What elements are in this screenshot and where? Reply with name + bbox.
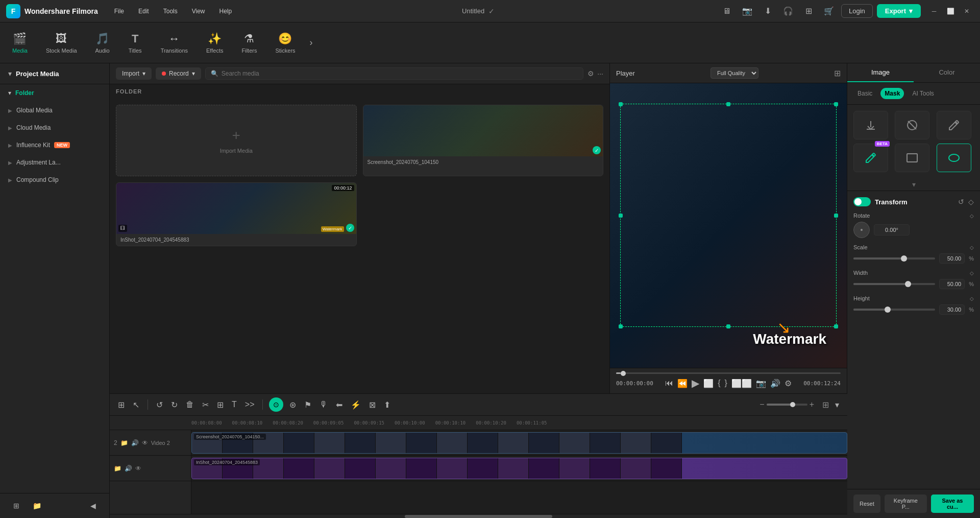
sidebar-item-influence-kit[interactable]: ▶ Influence Kit NEW [0,136,109,154]
effects-timeline-icon[interactable]: ⚡ [349,398,363,412]
record-button[interactable]: Record ▾ [156,67,201,80]
transform-toggle[interactable] [853,197,871,206]
loop-button[interactable]: ⬜ [703,379,714,388]
sel-handle-tr[interactable] [834,102,838,106]
scale-slider-thumb[interactable] [901,255,907,262]
fullscreen-button[interactable]: ⬜⬜ [731,379,752,388]
sel-handle-bl[interactable] [619,324,623,328]
pointer-icon[interactable]: ↖ [131,398,141,412]
transform-reset-icon[interactable]: ↺ [958,198,964,206]
sidebar-item-folder[interactable]: ▾ Folder [0,84,109,102]
keyframe-button[interactable]: Keyframe P... [885,495,927,513]
subtab-ai-tools[interactable]: AI Tools [908,88,938,99]
save-custom-button[interactable]: Save as cu... [931,495,974,513]
sidebar-item-global-media[interactable]: ▶ Global Media [0,102,109,119]
undo-icon[interactable]: ↺ [154,398,165,412]
menu-edit[interactable]: Edit [132,6,155,17]
zoom-track[interactable] [767,404,807,406]
scatter-icon[interactable]: ⊛ [287,398,298,412]
sel-handle-bottom[interactable] [726,324,730,328]
track-volume-icon[interactable]: 🔊 [131,439,139,446]
tool-stickers[interactable]: 😊 Stickers [267,28,303,58]
sel-handle-top[interactable] [726,102,730,106]
width-slider-track[interactable] [853,283,935,285]
tool-filters[interactable]: ⚗ Filters [233,28,265,58]
more-tools-icon[interactable]: >> [243,398,257,411]
timeline-scrollbar[interactable] [110,514,847,518]
import-media-card[interactable]: + Import Media [116,105,357,176]
volume-button[interactable]: 🔊 [770,379,780,388]
collapse-icon[interactable]: ▾ [8,69,12,78]
subtab-mask[interactable]: Mask [880,88,904,99]
mark-out-button[interactable]: } [725,379,727,388]
mask-pen-beta-btn[interactable]: BETA [853,144,888,172]
zoom-plus-button[interactable]: + [810,400,814,409]
scale-slider-track[interactable] [853,257,935,260]
snap-toggle[interactable]: ⊙ [269,397,283,412]
mask-none-btn[interactable] [895,111,929,139]
select-icon[interactable]: ⊞ [116,398,127,412]
media-card-inshot[interactable]: 00:00:12 ✓ 🎞 Watermark InShot_20240704_2… [116,182,357,246]
tool-effects[interactable]: ✨ Effects [198,28,231,58]
transform-diamond-icon[interactable]: ◇ [968,198,974,206]
mask-pen-btn[interactable] [937,111,971,139]
mask-expand[interactable]: ▾ [847,178,980,191]
sel-handle-right[interactable] [834,214,838,218]
sel-handle-br[interactable] [834,324,838,328]
snapshot-button[interactable]: 📷 [756,379,766,388]
sel-handle-left[interactable] [619,214,623,218]
quality-select[interactable]: Full Quality [710,67,758,79]
width-slider-thumb[interactable] [905,281,911,287]
subtab-basic[interactable]: Basic [853,88,876,99]
player-expand-icon[interactable]: ⊞ [834,68,841,78]
sidebar-item-adjustment[interactable]: ▶ Adjustment La... [0,154,109,171]
track-folder-icon[interactable]: 📁 [120,439,128,446]
clip-inshot[interactable]: InShot_20240704_204545883 [191,458,847,479]
collapse-panel-icon[interactable]: ◀ [85,498,101,514]
track-eye-icon[interactable]: 👁 [142,439,148,446]
play-button[interactable]: ▶ [692,377,699,389]
cut-icon[interactable]: ✂ [200,398,211,412]
tool-titles[interactable]: T Titles [120,28,151,58]
progress-thumb[interactable] [621,371,626,376]
menu-help[interactable]: Help [213,6,238,17]
tool-stock-media[interactable]: 🖼 Stock Media [38,28,85,58]
close-button[interactable]: ✕ [960,4,974,18]
grid-icon[interactable]: ⊞ [800,3,817,19]
rotate-value-input[interactable]: 0.00° [874,224,910,236]
progress-track[interactable] [616,372,841,374]
height-value-input[interactable] [939,304,965,315]
clip-screenshot[interactable]: Screenshot_20240705_104150... [191,432,847,454]
split-icon[interactable]: ⬅ [334,398,345,412]
tool-audio[interactable]: 🎵 Audio [87,28,118,58]
import-button[interactable]: Import ▾ [116,67,152,80]
scale-value-input[interactable] [939,253,965,264]
shop-icon[interactable]: 🛒 [821,3,837,19]
tab-color[interactable]: Color [914,63,980,82]
media-card-screenshot[interactable]: ✓ Screenshot_20240705_104150 [363,105,604,176]
search-input[interactable] [222,70,578,77]
monitor-icon[interactable]: 🖥 [719,3,735,19]
folder-panel-icon[interactable]: 📁 [29,498,45,514]
mic-icon[interactable]: 🎙 [317,398,330,411]
toolbar-more-button[interactable]: › [306,33,317,52]
login-button[interactable]: Login [841,4,873,18]
menu-tools[interactable]: Tools [157,6,184,17]
media-icon[interactable]: 📷 [739,3,755,19]
mask-ellipse-btn[interactable] [937,144,971,172]
mark-in-button[interactable]: { [718,379,720,388]
play-back-button[interactable]: ⏪ [677,379,688,388]
export-button[interactable]: Export ▾ [877,4,921,18]
delete-icon[interactable]: 🗑 [184,398,196,411]
rotate-knob[interactable] [853,222,870,238]
sidebar-item-cloud-media[interactable]: ▶ Cloud Media [0,119,109,136]
reset-button[interactable]: Reset [853,495,880,513]
minimize-button[interactable]: ─ [927,4,941,18]
maximize-button[interactable]: ⬜ [943,4,958,18]
transform-icon[interactable]: ⊠ [367,398,378,412]
zoom-thumb[interactable] [790,402,795,407]
track1-volume-icon[interactable]: 🔊 [125,465,132,472]
mask-rectangle-btn[interactable] [895,144,929,172]
settings-button[interactable]: ⚙ [785,379,792,388]
timeline-more-icon[interactable]: ▾ [833,398,841,412]
